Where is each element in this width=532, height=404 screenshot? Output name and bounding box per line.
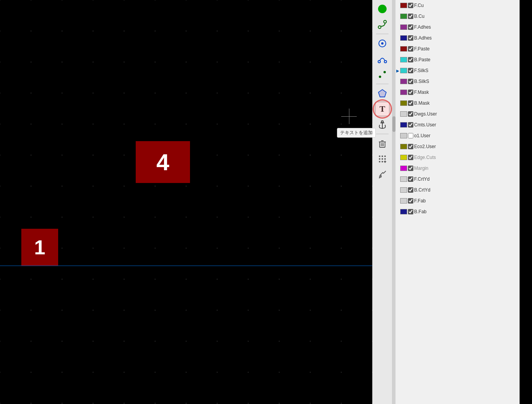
layer-item-B-SilkS[interactable]: B.SilkS (396, 76, 520, 87)
layer-name-B-Fab: B.Fab (414, 209, 427, 214)
add-point-button[interactable] (375, 67, 390, 82)
layer-item-F-Paste[interactable]: F.Paste (396, 43, 520, 54)
svg-point-7 (383, 71, 386, 73)
svg-point-22 (379, 158, 380, 160)
layer-item-Eco2-User[interactable]: Eco2.User (396, 141, 520, 152)
layer-checkbox-B-Mask[interactable] (408, 100, 413, 106)
svg-point-21 (384, 155, 386, 157)
layer-item-B-Paste[interactable]: B.Paste (396, 54, 520, 65)
layer-item-F-Cu[interactable]: F.Cu (396, 0, 520, 11)
layer-checkbox-Dwgs-User[interactable] (408, 111, 413, 117)
add-footprint-button[interactable] (375, 152, 390, 166)
add-pad-button[interactable] (375, 36, 390, 51)
anchor-button[interactable] (375, 117, 390, 132)
layer-name-B-CrtYd: B.CrtYd (414, 187, 430, 193)
layer-checkbox-Cmts-User[interactable] (408, 122, 413, 128)
layer-name-Eco2-User: Eco2.User (414, 144, 436, 149)
scrollbar-thumb[interactable] (392, 116, 396, 132)
svg-point-26 (382, 161, 383, 162)
layer-item-B-Adhes[interactable]: B.Adhes (396, 33, 520, 43)
tile-4-label: 4 (156, 149, 169, 176)
layer-name-F-Cu: F.Cu (414, 3, 424, 8)
svg-point-19 (379, 155, 380, 157)
layer-name-B-Mask: B.Mask (414, 100, 430, 106)
arc-icon (377, 54, 387, 64)
crosshair (341, 109, 357, 124)
anchor-icon (377, 119, 387, 129)
layer-checkbox-F-Fab[interactable] (408, 198, 413, 204)
draw-polygon-button[interactable] (375, 86, 390, 101)
layer-item-Cmts-User[interactable]: Cmts.User (396, 119, 520, 130)
layer-checkbox-F-CrtYd[interactable] (408, 176, 413, 182)
layer-checkbox-F-Paste[interactable] (408, 46, 413, 52)
layer-item-F-Adhes[interactable]: F.Adhes (396, 22, 520, 33)
layer-name-F-Paste: F.Paste (414, 46, 430, 52)
separator-1 (376, 34, 389, 34)
layer-checkbox-F-Cu[interactable] (408, 3, 413, 8)
layer-color-F-CrtYd (400, 176, 407, 182)
layer-item-Edge-Cuts[interactable]: Edge.Cuts (396, 152, 520, 163)
text-icon: T (380, 104, 385, 114)
layer-name-F-Fab: F.Fab (414, 198, 426, 204)
layer-name-Edge-Cuts: Edge.Cuts (414, 155, 436, 160)
layer-item-B-Fab[interactable]: B.Fab (396, 206, 520, 217)
layer-name-B-Paste: B.Paste (414, 57, 430, 62)
draw-arc-button[interactable] (375, 52, 390, 66)
layer-item-F-SilkS[interactable]: F.SilkS (396, 65, 520, 76)
trash-icon (377, 138, 387, 148)
layer-checkbox-F-Adhes[interactable] (408, 24, 413, 30)
layer-name-F-Adhes: F.Adhes (414, 24, 431, 30)
layer-item-o1-User[interactable]: o1.User (396, 130, 520, 141)
canvas: 4 1 (0, 0, 372, 404)
add-via-button[interactable] (375, 2, 390, 16)
layer-checkbox-o1-User[interactable] (408, 133, 413, 138)
layer-checkbox-B-SilkS[interactable] (408, 79, 413, 84)
layer-color-B-CrtYd (400, 187, 407, 193)
inspect-icon (377, 169, 387, 180)
svg-point-3 (381, 42, 383, 45)
layer-color-B-SilkS (400, 79, 407, 84)
layer-color-F-Cu (400, 3, 407, 8)
layer-item-B-Cu[interactable]: B.Cu (396, 11, 520, 22)
layer-item-Dwgs-User[interactable]: Dwgs.User (396, 109, 520, 119)
layer-color-Dwgs-User (400, 111, 407, 117)
layer-checkbox-F-SilkS[interactable] (408, 68, 413, 73)
layer-name-B-Adhes: B.Adhes (414, 35, 432, 41)
layer-item-F-Mask[interactable]: F.Mask (396, 87, 520, 98)
layer-checkbox-B-Cu[interactable] (408, 14, 413, 19)
layer-item-F-Fab[interactable]: F.Fab (396, 195, 520, 206)
layer-color-B-Mask (400, 100, 407, 106)
layer-name-F-SilkS: F.SilkS (414, 68, 428, 73)
tile-1-label: 1 (34, 236, 45, 259)
add-text-button[interactable]: T (375, 102, 390, 116)
layer-color-F-Adhes (400, 24, 407, 30)
layer-color-F-Fab (400, 198, 407, 204)
layer-checkbox-B-Fab[interactable] (408, 209, 413, 214)
polygon-icon (377, 88, 387, 98)
route-track-button[interactable] (375, 17, 390, 32)
layer-name-F-Mask: F.Mask (414, 90, 429, 95)
route-icon (377, 19, 387, 29)
layer-checkbox-Margin[interactable] (408, 166, 413, 171)
layer-item-B-Mask[interactable]: B.Mask (396, 98, 520, 109)
layer-color-Cmts-User (400, 122, 407, 128)
layer-checkbox-F-Mask[interactable] (408, 90, 413, 95)
footprint-icon (377, 154, 387, 164)
delete-button[interactable] (375, 136, 390, 151)
svg-point-25 (379, 161, 380, 162)
layer-checkbox-B-Paste[interactable] (408, 57, 413, 62)
layer-checkbox-Eco2-User[interactable] (408, 144, 413, 149)
layer-checkbox-Edge-Cuts[interactable] (408, 155, 413, 160)
vertical-scrollbar[interactable] (392, 0, 396, 404)
svg-point-6 (379, 76, 381, 78)
layer-item-F-CrtYd[interactable]: F.CrtYd (396, 174, 520, 185)
point-icon (377, 69, 387, 79)
layer-item-B-CrtYd[interactable]: B.CrtYd (396, 185, 520, 195)
layer-checkbox-B-Adhes[interactable] (408, 35, 413, 41)
layer-item-Margin[interactable]: Margin (396, 163, 520, 174)
layer-checkbox-B-CrtYd[interactable] (408, 187, 413, 193)
inspect-button[interactable] (375, 167, 390, 182)
blue-guide-line (0, 266, 372, 266)
svg-point-23 (382, 158, 383, 160)
tile-1: 1 (21, 229, 58, 266)
